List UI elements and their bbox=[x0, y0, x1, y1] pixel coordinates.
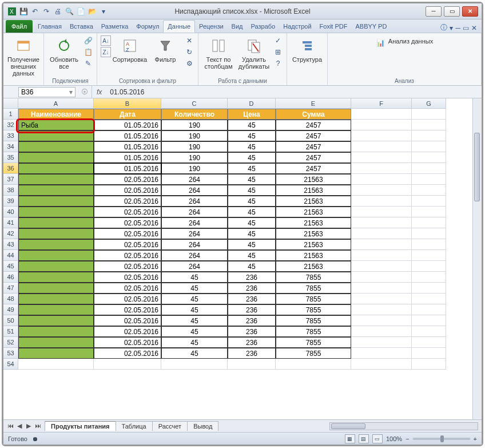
cell[interactable]: 45 bbox=[228, 261, 276, 272]
cell[interactable] bbox=[94, 359, 161, 370]
cell[interactable]: 45 bbox=[228, 120, 276, 130]
cell[interactable]: 21563 bbox=[276, 185, 351, 196]
cell[interactable]: 45 bbox=[161, 283, 228, 294]
cell[interactable] bbox=[412, 326, 446, 337]
outline-button[interactable]: Структура bbox=[291, 35, 324, 64]
row-header[interactable]: 1 bbox=[3, 109, 18, 120]
sheet-tab[interactable]: Рассчет bbox=[152, 421, 188, 431]
sort-az-icon[interactable]: A↓ bbox=[101, 35, 111, 46]
sheet-nav-first-icon[interactable]: ⏮ bbox=[6, 422, 15, 430]
cell[interactable] bbox=[351, 228, 412, 239]
consolidate-icon[interactable]: ⊞ bbox=[273, 47, 283, 57]
cell[interactable] bbox=[351, 207, 412, 217]
cell[interactable] bbox=[412, 163, 446, 174]
vertical-scrollbar[interactable] bbox=[472, 98, 482, 419]
cell[interactable]: 236 bbox=[228, 294, 276, 304]
cell[interactable] bbox=[351, 272, 412, 283]
macro-record-icon[interactable]: ⏺ bbox=[32, 435, 38, 442]
cell[interactable]: 264 bbox=[161, 207, 228, 217]
cell[interactable]: Рыба bbox=[18, 120, 94, 130]
cell[interactable]: 02.05.2016 bbox=[94, 261, 161, 272]
minimize-button[interactable]: ─ bbox=[426, 6, 442, 17]
cell[interactable] bbox=[276, 359, 351, 370]
cell[interactable]: 190 bbox=[161, 130, 228, 141]
cell[interactable]: 02.05.2016 bbox=[94, 283, 161, 294]
cell[interactable] bbox=[412, 294, 446, 304]
cell[interactable]: 45 bbox=[161, 294, 228, 304]
row-header[interactable]: 32 bbox=[3, 120, 18, 130]
ribbon-tab[interactable]: Главная bbox=[34, 20, 66, 33]
cell[interactable]: 45 bbox=[228, 217, 276, 228]
row-header[interactable]: 42 bbox=[3, 228, 18, 239]
cell[interactable]: 2457 bbox=[276, 152, 351, 163]
cell[interactable] bbox=[18, 185, 94, 196]
row-header[interactable]: 53 bbox=[3, 348, 18, 359]
name-box[interactable]: B36 ▾ bbox=[18, 87, 75, 97]
cell[interactable]: 45 bbox=[228, 141, 276, 152]
cell[interactable]: 264 bbox=[161, 196, 228, 207]
cell[interactable]: 7855 bbox=[276, 294, 351, 304]
row-header[interactable]: 52 bbox=[3, 337, 18, 348]
cell[interactable]: 21563 bbox=[276, 217, 351, 228]
cell[interactable]: 02.05.2016 bbox=[94, 217, 161, 228]
cell[interactable] bbox=[351, 337, 412, 348]
cell[interactable] bbox=[412, 228, 446, 239]
cell[interactable] bbox=[351, 196, 412, 207]
redo-icon[interactable]: ↷ bbox=[41, 6, 51, 17]
preview-icon[interactable]: 🔍 bbox=[64, 6, 74, 17]
cell[interactable] bbox=[351, 250, 412, 261]
cell[interactable]: 45 bbox=[161, 272, 228, 283]
cell[interactable] bbox=[18, 326, 94, 337]
column-header[interactable]: A bbox=[18, 98, 94, 109]
cell[interactable] bbox=[412, 185, 446, 196]
cell[interactable]: 2457 bbox=[276, 130, 351, 141]
cell[interactable] bbox=[412, 261, 446, 272]
cell[interactable] bbox=[351, 185, 412, 196]
sheet-tab[interactable]: Вывод bbox=[187, 421, 218, 431]
cell[interactable] bbox=[18, 304, 94, 315]
sort-button[interactable]: AZ Сортировка bbox=[113, 35, 146, 64]
sheet-nav-next-icon[interactable]: ▶ bbox=[24, 422, 33, 430]
properties-icon[interactable]: 📋 bbox=[83, 47, 93, 57]
cell[interactable]: 45 bbox=[161, 304, 228, 315]
cell[interactable] bbox=[18, 207, 94, 217]
sheet-tab[interactable]: Таблица bbox=[116, 421, 153, 431]
cell[interactable] bbox=[412, 315, 446, 326]
cell[interactable] bbox=[351, 120, 412, 130]
cell[interactable] bbox=[351, 348, 412, 359]
cell[interactable]: 264 bbox=[161, 261, 228, 272]
cell[interactable]: 02.05.2016 bbox=[94, 239, 161, 250]
column-header[interactable]: G bbox=[412, 98, 446, 109]
cell[interactable] bbox=[351, 217, 412, 228]
column-header[interactable]: F bbox=[351, 98, 412, 109]
save-icon[interactable]: 💾 bbox=[18, 6, 29, 17]
cell[interactable]: 45 bbox=[161, 326, 228, 337]
cell[interactable]: 236 bbox=[228, 326, 276, 337]
ribbon-tab[interactable]: Вставка bbox=[66, 20, 97, 33]
ribbon-tab[interactable]: Данные bbox=[163, 20, 195, 33]
fx-icon[interactable]: fx bbox=[92, 86, 106, 98]
cell[interactable] bbox=[351, 304, 412, 315]
cell[interactable] bbox=[18, 337, 94, 348]
cell[interactable] bbox=[351, 315, 412, 326]
column-header[interactable]: D bbox=[228, 98, 276, 109]
ribbon-tab[interactable]: Надстрой bbox=[279, 20, 315, 33]
cell[interactable]: 45 bbox=[228, 239, 276, 250]
cell[interactable]: 7855 bbox=[276, 272, 351, 283]
cell[interactable] bbox=[412, 109, 446, 120]
row-header[interactable]: 40 bbox=[3, 207, 18, 217]
cell[interactable] bbox=[18, 250, 94, 261]
cell[interactable] bbox=[412, 207, 446, 217]
ribbon-minimize-icon[interactable]: ▾ bbox=[450, 24, 453, 32]
cell[interactable] bbox=[412, 239, 446, 250]
cell[interactable]: 45 bbox=[161, 315, 228, 326]
formula-content[interactable]: 01.05.2016 bbox=[106, 88, 144, 96]
row-header[interactable]: 41 bbox=[3, 217, 18, 228]
row-header[interactable]: 54 bbox=[3, 359, 18, 370]
cell[interactable] bbox=[18, 272, 94, 283]
cell[interactable]: 190 bbox=[161, 152, 228, 163]
cell[interactable] bbox=[351, 239, 412, 250]
column-header[interactable]: C bbox=[161, 98, 228, 109]
doc-minimize-icon[interactable]: ─ bbox=[455, 24, 460, 32]
cell[interactable]: 45 bbox=[228, 196, 276, 207]
